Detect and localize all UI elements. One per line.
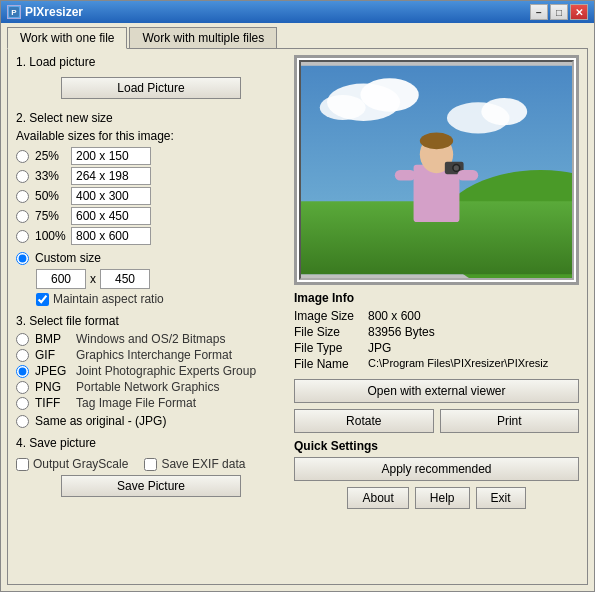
size-section: 2. Select new size Available sizes for t… <box>16 111 286 306</box>
maximize-button[interactable]: □ <box>550 4 568 20</box>
image-info-title: Image Info <box>294 291 579 305</box>
main-content: 1. Load picture Load Picture 2. Select n… <box>7 48 588 585</box>
svg-point-6 <box>360 78 418 111</box>
format-name-bmp: BMP <box>35 332 70 346</box>
same-as-original-label: Same as original - (JPG) <box>35 414 166 428</box>
format-radio-group: BMP Windows and OS/2 Bitmaps GIF Graphic… <box>16 332 286 410</box>
size-label-50: 50% <box>35 189 65 203</box>
save-options: Output GrayScale Save EXIF data <box>16 454 286 471</box>
format-radio-jpeg[interactable] <box>16 365 29 378</box>
exif-checkbox[interactable] <box>144 458 157 471</box>
print-button[interactable]: Print <box>440 409 580 433</box>
info-key-filesize: File Size <box>294 325 364 339</box>
image-preview <box>299 60 574 280</box>
size-label-33: 33% <box>35 169 65 183</box>
available-label: Available sizes for this image: <box>16 129 286 143</box>
size-option-50: 50% 400 x 300 <box>16 187 286 205</box>
svg-point-9 <box>481 98 527 125</box>
svg-point-12 <box>420 132 453 149</box>
format-tiff: TIFF Tag Image File Format <box>16 396 286 410</box>
help-button[interactable]: Help <box>415 487 470 509</box>
rotate-print-row: Rotate Print <box>294 409 579 433</box>
save-btn-container: Save Picture <box>16 471 286 501</box>
size-section-title: 2. Select new size <box>16 111 286 125</box>
format-desc-jpeg: Joint Photographic Experts Group <box>76 364 256 378</box>
size-value-50: 400 x 300 <box>71 187 151 205</box>
size-radio-33[interactable] <box>16 170 29 183</box>
size-radio-custom[interactable] <box>16 252 29 265</box>
grayscale-checkbox[interactable] <box>16 458 29 471</box>
quick-settings-title: Quick Settings <box>294 439 579 453</box>
size-radio-25[interactable] <box>16 150 29 163</box>
format-desc-bmp: Windows and OS/2 Bitmaps <box>76 332 225 346</box>
close-button[interactable]: ✕ <box>570 4 588 20</box>
info-val-filesize: 83956 Bytes <box>368 325 435 339</box>
format-desc-tiff: Tag Image File Format <box>76 396 196 410</box>
format-radio-png[interactable] <box>16 381 29 394</box>
aspect-ratio-label: Maintain aspect ratio <box>53 292 164 306</box>
size-label-75: 75% <box>35 209 65 223</box>
info-key-filetype: File Type <box>294 341 364 355</box>
apply-recommended-button[interactable]: Apply recommended <box>294 457 579 481</box>
about-help-exit-row: About Help Exit <box>294 487 579 509</box>
size-value-25: 200 x 150 <box>71 147 151 165</box>
load-section-title: 1. Load picture <box>16 55 286 69</box>
titlebar: P PIXresizer − □ ✕ <box>1 1 594 23</box>
format-section-title: 3. Select file format <box>16 314 286 328</box>
info-row-filename: File Name C:\Program Files\PIXresizer\PI… <box>294 357 579 371</box>
info-key-size: Image Size <box>294 309 364 323</box>
main-window: P PIXresizer − □ ✕ Work with one file Wo… <box>0 0 595 592</box>
info-row-filetype: File Type JPG <box>294 341 579 355</box>
titlebar-left: P PIXresizer <box>7 5 83 19</box>
rotate-button[interactable]: Rotate <box>294 409 434 433</box>
window-controls: − □ ✕ <box>530 4 588 20</box>
aspect-ratio-checkbox[interactable] <box>36 293 49 306</box>
info-val-filename: C:\Program Files\PIXresizer\PIXresiz <box>368 357 548 371</box>
size-label-25: 25% <box>35 149 65 163</box>
format-radio-tiff[interactable] <box>16 397 29 410</box>
exif-label: Save EXIF data <box>161 457 245 471</box>
format-name-png: PNG <box>35 380 70 394</box>
load-picture-button[interactable]: Load Picture <box>61 77 241 99</box>
app-icon: P <box>7 5 21 19</box>
svg-rect-16 <box>395 170 416 180</box>
info-row-size: Image Size 800 x 600 <box>294 309 579 323</box>
size-label-100: 100% <box>35 229 65 243</box>
size-radio-100[interactable] <box>16 230 29 243</box>
window-title: PIXresizer <box>25 5 83 19</box>
quick-settings-section: Quick Settings Apply recommended <box>294 439 579 481</box>
format-name-jpeg: JPEG <box>35 364 70 378</box>
format-desc-png: Portable Network Graphics <box>76 380 219 394</box>
custom-height-input[interactable] <box>100 269 150 289</box>
custom-size-radio-row: Custom size <box>16 251 286 265</box>
load-btn-container: Load Picture <box>16 73 286 103</box>
format-name-tiff: TIFF <box>35 396 70 410</box>
size-option-33: 33% 264 x 198 <box>16 167 286 185</box>
grayscale-label: Output GrayScale <box>33 457 128 471</box>
grayscale-row: Output GrayScale <box>16 457 128 471</box>
size-radio-75[interactable] <box>16 210 29 223</box>
exit-button[interactable]: Exit <box>476 487 526 509</box>
custom-size-label: Custom size <box>35 251 101 265</box>
custom-width-input[interactable] <box>36 269 86 289</box>
svg-text:P: P <box>11 8 17 17</box>
format-radio-gif[interactable] <box>16 349 29 362</box>
tab-work-one-file[interactable]: Work with one file <box>7 27 127 49</box>
open-external-button[interactable]: Open with external viewer <box>294 379 579 403</box>
left-panel: 1. Load picture Load Picture 2. Select n… <box>16 55 286 576</box>
save-picture-button[interactable]: Save Picture <box>61 475 241 497</box>
size-option-75: 75% 600 x 450 <box>16 207 286 225</box>
save-section: 4. Save picture Output GrayScale Save EX… <box>16 436 286 501</box>
tab-bar: Work with one file Work with multiple fi… <box>1 23 594 48</box>
svg-point-15 <box>454 165 459 170</box>
about-button[interactable]: About <box>347 487 408 509</box>
format-desc-gif: Graphics Interchange Format <box>76 348 232 362</box>
image-info-section: Image Info Image Size 800 x 600 File Siz… <box>294 291 579 373</box>
format-radio-same[interactable] <box>16 415 29 428</box>
size-value-100: 800 x 600 <box>71 227 151 245</box>
size-value-75: 600 x 450 <box>71 207 151 225</box>
minimize-button[interactable]: − <box>530 4 548 20</box>
format-radio-bmp[interactable] <box>16 333 29 346</box>
tab-work-multiple-files[interactable]: Work with multiple files <box>129 27 277 48</box>
size-radio-50[interactable] <box>16 190 29 203</box>
